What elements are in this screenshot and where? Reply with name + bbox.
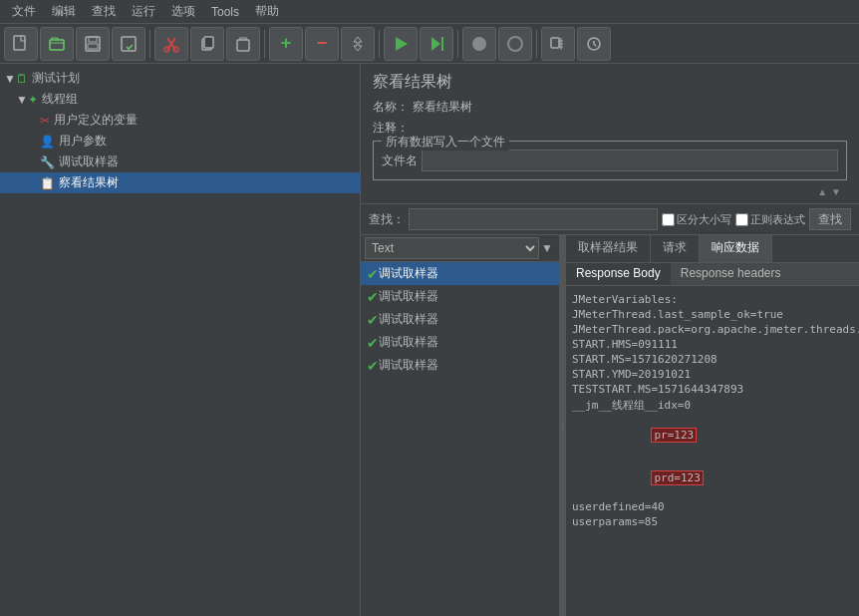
- case-sensitive-checkbox[interactable]: 区分大小写: [662, 212, 731, 227]
- content-line-8: __jm__线程组__idx=0: [572, 397, 853, 414]
- content-line-7: TESTSTART.MS=1571644347893: [572, 382, 853, 397]
- svg-marker-13: [396, 37, 408, 51]
- toolbar-saveas[interactable]: [112, 27, 145, 61]
- content-line-9: pr=123: [572, 414, 853, 457]
- shield-icon-4: ✔: [367, 358, 379, 374]
- svg-point-16: [472, 37, 486, 51]
- toolbar-play-step[interactable]: [420, 27, 453, 61]
- tab-request[interactable]: 请求: [651, 235, 700, 262]
- toolbar-play[interactable]: [384, 27, 418, 61]
- svg-rect-0: [14, 36, 25, 50]
- toolbar-sep3: [379, 30, 380, 58]
- result-type-select[interactable]: Text: [365, 237, 539, 259]
- result-item-label-4: 调试取样器: [379, 357, 438, 374]
- file-input[interactable]: [422, 150, 838, 171]
- tree-item-user-var[interactable]: ✂ 用户定义的变量: [0, 110, 360, 131]
- toolbar-save[interactable]: [76, 27, 110, 61]
- toolbar: + −: [0, 24, 859, 64]
- toolbar-copy[interactable]: [190, 27, 224, 61]
- toolbar-settings1[interactable]: [541, 27, 575, 61]
- toolbar-open[interactable]: [40, 27, 74, 61]
- content-line-5: START.MS=1571620271208: [572, 352, 853, 367]
- result-item-2[interactable]: ✔ 调试取样器: [361, 308, 559, 331]
- tree-item-test-plan[interactable]: ▼ 🗒 测试计划: [0, 68, 360, 89]
- test-plan-icon: 🗒: [16, 72, 28, 86]
- toolbar-remove[interactable]: −: [305, 27, 339, 61]
- toolbar-sep4: [457, 30, 458, 58]
- svg-rect-4: [88, 44, 98, 49]
- toolbar-stop[interactable]: [462, 27, 496, 61]
- content-line-10: prd=123: [572, 457, 853, 499]
- data-section: 所有数据写入一个文件 文件名: [373, 141, 847, 180]
- file-field: 文件名: [382, 150, 838, 171]
- regex-checkbox[interactable]: 正则表达式: [735, 212, 805, 227]
- shield-icon-1: ✔: [367, 289, 379, 305]
- scroll-down-arrow[interactable]: ▼: [829, 186, 843, 197]
- toolbar-stop-all[interactable]: [498, 27, 532, 61]
- result-list-header: Text ▼: [361, 235, 559, 262]
- regex-check[interactable]: [735, 213, 748, 226]
- tree-item-debug[interactable]: 🔧 调试取样器: [0, 152, 360, 172]
- tree-item-user-param[interactable]: 👤 用户参数: [0, 131, 360, 152]
- user-param-label: 用户参数: [59, 133, 107, 150]
- tree-item-thread-group[interactable]: ▼ ✦ 线程组: [0, 89, 360, 110]
- menu-edit[interactable]: 编辑: [44, 1, 84, 22]
- toolbar-new[interactable]: [4, 27, 38, 61]
- case-sensitive-label: 区分大小写: [677, 212, 731, 227]
- result-list: ✔ 调试取样器 ✔ 调试取样器 ✔ 调试取样器 ✔ 调试取样器: [361, 262, 559, 616]
- test-plan-label: 测试计划: [32, 70, 80, 87]
- toolbar-cut[interactable]: [154, 27, 188, 61]
- result-item-1[interactable]: ✔ 调试取样器: [361, 285, 559, 308]
- toolbar-sep5: [536, 30, 537, 58]
- case-sensitive-check[interactable]: [662, 213, 675, 226]
- subtab-response-body[interactable]: Response Body: [566, 263, 671, 285]
- dropdown-arrow[interactable]: ▼: [539, 239, 555, 257]
- menu-file[interactable]: 文件: [4, 1, 44, 22]
- result-item-4[interactable]: ✔ 调试取样器: [361, 354, 559, 377]
- result-item-3[interactable]: ✔ 调试取样器: [361, 331, 559, 354]
- tab-sampler-result[interactable]: 取样器结果: [566, 235, 651, 262]
- highlight-prd: prd=123: [651, 470, 703, 485]
- toolbar-add[interactable]: +: [269, 27, 303, 61]
- result-item-label-0: 调试取样器: [379, 265, 438, 282]
- svg-rect-1: [50, 40, 64, 50]
- result-item-label-1: 调试取样器: [379, 288, 438, 305]
- menu-options[interactable]: 选项: [163, 1, 203, 22]
- toolbar-paste[interactable]: [226, 27, 260, 61]
- name-value: 察看结果树: [413, 99, 472, 116]
- toolbar-move[interactable]: [341, 27, 375, 61]
- menu-tools[interactable]: Tools: [203, 3, 247, 21]
- result-tree-label: 察看结果树: [59, 174, 119, 191]
- debug-label: 调试取样器: [59, 154, 119, 170]
- menu-help[interactable]: 帮助: [247, 1, 287, 22]
- right-panel: 察看结果树 名称： 察看结果树 注释： 所有数据写入一个文件 文件名 ▲ ▼: [361, 64, 859, 616]
- svg-rect-10: [237, 40, 249, 51]
- result-item-label-3: 调试取样器: [379, 334, 438, 351]
- detail-sub-tabs: Response Body Response headers: [566, 263, 859, 286]
- detail-tabs: 取样器结果 请求 响应数据: [566, 235, 859, 263]
- tree-arrow-test-plan: ▼: [4, 72, 16, 86]
- user-var-label: 用户定义的变量: [54, 112, 138, 129]
- tab-response-data[interactable]: 响应数据: [700, 235, 772, 262]
- highlight-pr: pr=123: [651, 428, 697, 443]
- search-bar: 查找： 区分大小写 正则表达式 查找: [361, 204, 859, 235]
- toolbar-settings2[interactable]: [577, 27, 611, 61]
- subtab-response-headers[interactable]: Response headers: [671, 263, 791, 285]
- scroll-up-arrow[interactable]: ▲: [815, 186, 829, 197]
- search-input[interactable]: [409, 208, 658, 230]
- menu-run[interactable]: 运行: [124, 1, 163, 22]
- name-field: 名称： 察看结果树: [373, 99, 847, 116]
- svg-text:−: −: [317, 35, 328, 53]
- toolbar-sep2: [264, 30, 265, 58]
- tree-item-result-tree[interactable]: 📋 察看结果树: [0, 172, 360, 193]
- svg-point-17: [508, 37, 522, 51]
- content-line-12: userparams=85: [572, 514, 853, 529]
- content-line-2: JMeterThread.last_sample_ok=true: [572, 307, 853, 322]
- menu-search[interactable]: 查找: [84, 1, 124, 22]
- results-area: Text ▼ ✔ 调试取样器 ✔ 调试取样器 ✔ 调试取样器: [361, 235, 859, 616]
- param-icon: 👤: [40, 135, 55, 149]
- search-button[interactable]: 查找: [809, 208, 851, 230]
- scroll-arrows: ▲ ▼: [373, 184, 847, 199]
- sidebar-tree: ▼ 🗒 测试计划 ▼ ✦ 线程组 ✂ 用户定义的变量: [0, 64, 360, 197]
- result-item-0[interactable]: ✔ 调试取样器: [361, 262, 559, 285]
